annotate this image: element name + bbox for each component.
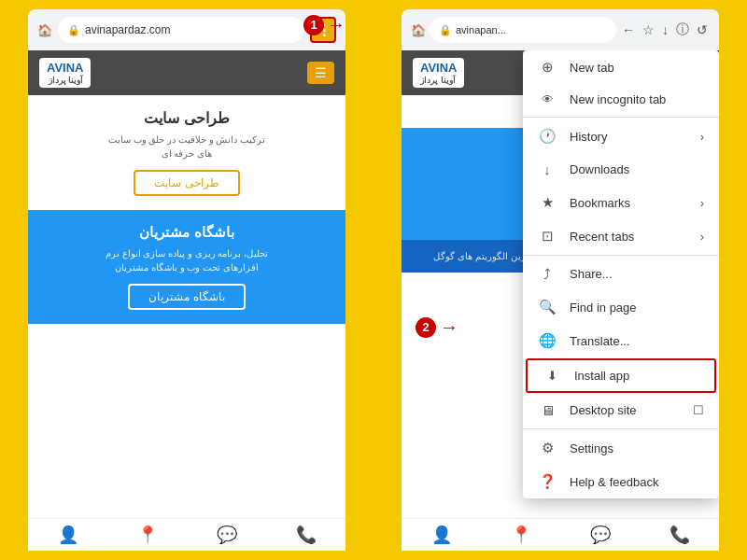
menu-item-recent-tabs[interactable]: ⊡ Recent tabs ›	[523, 219, 719, 253]
history-icon: 🕐	[538, 128, 557, 145]
translate-icon: 🌐	[538, 332, 557, 349]
history-label: History	[570, 130, 687, 144]
customer-club-button[interactable]: باشگاه مشتریان	[128, 284, 245, 310]
logo-left: AVINA آوینا پرداز	[39, 58, 91, 88]
web-design-button[interactable]: طراحی سایت	[134, 170, 239, 196]
bg-logo: AVINA آوینا پرداز	[413, 58, 464, 88]
menu-divider-2	[523, 255, 719, 256]
menu-item-downloads[interactable]: ↓ Downloads	[523, 153, 719, 186]
downloads-icon: ↓	[538, 161, 557, 177]
annotation-arrow-right-icon: →	[327, 14, 345, 35]
nav-phone-icon-right[interactable]: 📞	[669, 525, 690, 545]
menu-item-find-in-page[interactable]: 🔍 Find in page	[523, 290, 719, 324]
web-design-desc: ترکیب دانش و خلاقیت در خلق وب سایتهای حر…	[42, 133, 331, 161]
menu-item-install-app[interactable]: ⬇ Install app	[526, 358, 716, 393]
nav-user-icon-right[interactable]: 👤	[431, 525, 452, 545]
install-app-label: Install app	[574, 369, 699, 383]
translate-label: Translate...	[570, 334, 704, 348]
bottom-nav-left: 👤 📍 💬 📞	[28, 518, 345, 551]
bookmarks-arrow: ›	[700, 196, 704, 210]
menu-item-bookmarks[interactable]: ★ Bookmarks ›	[523, 186, 719, 219]
lock-icon-left: 🔒	[67, 24, 80, 36]
menu-item-new-tab[interactable]: ⊕ New tab	[523, 50, 719, 84]
logo-top-text: AVINA	[47, 61, 83, 76]
url-text-left: avinapardaz.com	[85, 23, 170, 36]
nav-location-icon-right[interactable]: 📍	[511, 525, 531, 545]
desktop-site-icon: 🖥	[538, 402, 557, 418]
web-design-title: طراحی سایت	[42, 109, 331, 127]
bottom-nav-right: 👤 📍 💬 📞	[402, 518, 719, 551]
browser-chrome-left: 🏠 🔒 avinapardaz.com ⋮	[28, 9, 345, 50]
history-arrow: ›	[700, 130, 704, 144]
menu-item-incognito[interactable]: 👁 New incognito tab	[523, 84, 719, 115]
web-design-section: طراحی سایت ترکیب دانش و خلاقیت در خلق وب…	[28, 95, 345, 210]
recent-tabs-icon: ⊡	[538, 228, 557, 245]
install-app-icon: ⬇	[543, 369, 561, 383]
desktop-site-checkbox[interactable]: ☐	[693, 403, 704, 417]
nav-location-icon-left[interactable]: 📍	[137, 525, 158, 545]
site-header-left: AVINA آوینا پرداز ☰	[28, 50, 345, 95]
bg-logo-top: AVINA	[420, 61, 457, 76]
back-icon[interactable]: ←	[620, 21, 637, 39]
downloads-label: Downloads	[570, 162, 704, 176]
lock-icon-right: 🔒	[439, 24, 452, 36]
desktop-site-label: Desktop site	[570, 403, 680, 417]
url-bar-left[interactable]: 🔒 avinapardaz.com	[58, 17, 304, 43]
hamburger-button-left[interactable]: ☰	[307, 62, 334, 84]
star-icon[interactable]: ☆	[641, 21, 656, 39]
annotation-circle-2: 2	[416, 317, 436, 338]
new-tab-icon: ⊕	[538, 59, 557, 76]
home-icon-right: 🏠	[411, 23, 426, 37]
nav-chat-icon-left[interactable]: 💬	[217, 525, 237, 545]
menu-item-help[interactable]: ❓ Help & feedback	[523, 465, 719, 498]
left-panel: 🏠 🔒 avinapardaz.com ⋮ 1 → AVINA آوینا پر…	[0, 0, 374, 560]
annotation-arrow-2-icon: →	[440, 316, 458, 338]
menu-item-desktop-site[interactable]: 🖥 Desktop site ☐	[523, 394, 719, 427]
help-icon: ❓	[538, 473, 557, 490]
nav-user-icon-left[interactable]: 👤	[58, 525, 78, 545]
find-label: Find in page	[570, 301, 704, 315]
logo-bottom-text: آوینا پرداز	[47, 76, 83, 86]
bookmarks-icon: ★	[538, 194, 557, 211]
incognito-label: New incognito tab	[570, 92, 704, 106]
find-icon: 🔍	[538, 299, 557, 315]
annotation-circle-1: 1	[303, 15, 324, 35]
customer-club-section: باشگاه مشتریان تحلیل، برنامه ریزی و پیاد…	[28, 210, 345, 324]
browser-content-right: AVINA آوینا پرداز وب سایت نرم بهبود چشمگ…	[402, 50, 719, 518]
settings-icon: ⚙	[538, 440, 557, 456]
url-text-right: avinapan...	[456, 24, 506, 35]
menu-item-history[interactable]: 🕐 History ›	[523, 119, 719, 153]
menu-divider-1	[523, 117, 719, 118]
menu-item-translate[interactable]: 🌐 Translate...	[523, 324, 719, 357]
bookmarks-label: Bookmarks	[570, 196, 687, 210]
context-menu: ⊕ New tab 👁 New incognito tab 🕐 History …	[523, 50, 719, 498]
nav-phone-icon-left[interactable]: 📞	[296, 525, 317, 545]
browser-content-left: AVINA آوینا پرداز ☰ طراحی سایت ترکیب دان…	[28, 50, 345, 518]
settings-label: Settings	[570, 441, 704, 455]
annotation-1: 1 →	[303, 14, 345, 35]
new-tab-label: New tab	[570, 61, 704, 75]
browser-chrome-right: 🏠 🔒 avinapan... ← ☆ ↓ ⓘ ↺	[402, 9, 719, 50]
annotation-2: 2 →	[416, 316, 458, 338]
customer-club-desc: تحلیل، برنامه ریزی و پیاده سازی انواع نر…	[42, 246, 331, 274]
refresh-icon[interactable]: ↺	[695, 21, 710, 39]
customer-club-title: باشگاه مشتریان	[42, 224, 331, 241]
url-bar-right[interactable]: 🔒 avinapan...	[430, 17, 616, 43]
info-icon[interactable]: ⓘ	[674, 20, 691, 40]
menu-item-settings[interactable]: ⚙ Settings	[523, 431, 719, 465]
menu-item-share[interactable]: ⤴ Share...	[523, 258, 719, 290]
recent-tabs-arrow: ›	[700, 230, 704, 244]
share-label: Share...	[570, 267, 704, 281]
right-panel: 🏠 🔒 avinapan... ← ☆ ↓ ⓘ ↺ AVINA آوینا پر…	[374, 0, 747, 560]
help-label: Help & feedback	[570, 475, 704, 489]
download-icon[interactable]: ↓	[660, 21, 670, 39]
incognito-icon: 👁	[538, 92, 557, 106]
browser-actions: ← ☆ ↓ ⓘ ↺	[620, 20, 710, 40]
home-icon: 🏠	[37, 23, 52, 37]
nav-chat-icon-right[interactable]: 💬	[590, 525, 611, 545]
menu-divider-3	[523, 428, 719, 429]
recent-tabs-label: Recent tabs	[570, 230, 687, 244]
bg-logo-bottom: آوینا پرداز	[420, 76, 457, 86]
share-icon: ⤴	[538, 266, 557, 282]
